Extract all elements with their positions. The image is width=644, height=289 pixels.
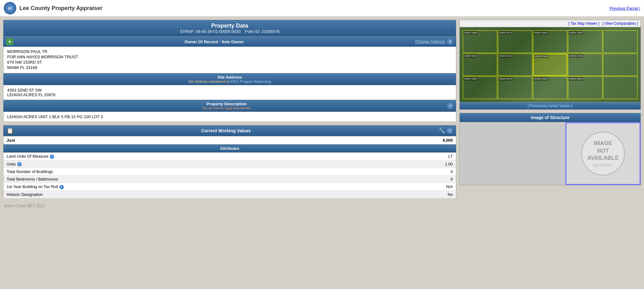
property-desc-help[interactable]: ? (447, 103, 453, 109)
parcel-cell (603, 76, 637, 99)
parcel-cell (603, 30, 637, 53)
info-icon[interactable]: i (59, 185, 64, 189)
attr-table-row: Historic DesignationNo (3, 191, 456, 198)
folio-label: Folio ID: (245, 29, 260, 34)
parcel-cell: 00005 0060 (533, 76, 567, 99)
map-links-bar: [ Tax Map Viewer ] [ View Comparables ] (459, 20, 641, 27)
parcel-cell: 00004 0060 (533, 30, 567, 53)
parcel-cell (603, 54, 637, 76)
parcel-cell-label: 00005 0070 (498, 77, 513, 81)
site-addr1: 4303 32ND ST SW (7, 88, 452, 92)
aerial-viewer-link[interactable]: [ Pictometry Aerial Viewer ] (459, 102, 641, 110)
prev-parcel-link[interactable]: Previous Parcel | (610, 6, 640, 11)
strap-label: STRAP: (180, 29, 195, 34)
property-desc-center: Property Description Do not use for lega… (6, 102, 447, 110)
image-left-area (460, 122, 565, 185)
site-address-bar: Site Address Site Address maintained by … (3, 73, 456, 85)
watermark-county: LEE COUNTY (593, 163, 613, 167)
info-icon[interactable]: i (50, 155, 54, 159)
map-aerial: 00004 008000004 007000004 006000004 0050… (460, 27, 641, 102)
property-desc-sub: Do not use for legal documents! (6, 106, 447, 110)
parcel-cell: 00005 0070 (498, 76, 532, 99)
parcel-cell-label: 00005 0080 (463, 77, 478, 81)
cwv-left-icons: 📋 (7, 127, 13, 134)
parcel-cell-label: 00004 0060 (534, 31, 548, 34)
parcel-cell: 00005 0010 (463, 54, 497, 76)
parcel-cell-label: 00005 0040 (569, 54, 583, 58)
parcel-cell: 00005 0020 (498, 54, 532, 76)
app-title: Lee County Property Appraiser (19, 5, 102, 12)
site-addr2: LEHIGH ACRES FL 33976 (7, 92, 452, 97)
parcel-cell-label: 00005 0050 (569, 77, 583, 81)
top-header: LC Lee County Property Appraiser Previou… (0, 0, 644, 17)
image-not-available-container: IMAGE NOT AVAILABLE LEE COUNTY (565, 122, 641, 185)
tax-map-link[interactable]: [ Tax Map Viewer ] (569, 21, 599, 26)
attr-label: Total Bedrooms / Bathrooms (3, 176, 373, 183)
cwv-right-icons: 🔧 ? (438, 127, 453, 134)
property-desc-content: LEHIGH ACRES UNIT 1 BLK 5 PB 15 PG 100 L… (3, 112, 456, 122)
parcel-cell: 00005 0080 (463, 76, 497, 99)
logo-text: LC (8, 7, 12, 10)
strap-info: STRAP: 09-45-26-01-00005.0030 Folio ID: … (6, 29, 453, 34)
info-icon[interactable]: i (17, 162, 22, 166)
image-not-available: IMAGE NOT AVAILABLE LEE COUNTY (575, 125, 631, 182)
attr-table-row: Total Bedrooms / Bathrooms0 (3, 176, 456, 183)
site-address-sub: Site Address maintained by E911 Program … (6, 80, 453, 83)
attr-table-row: Land Units Of MeasureiLT (3, 153, 456, 160)
property-data-title: Property Data (6, 23, 453, 29)
attr-table-row: 1st Year Building on Tax RolliN/A (3, 183, 456, 191)
attr-label: 1st Year Building on Tax Rolli (3, 183, 373, 191)
app-logo: LC (4, 2, 16, 14)
property-desc-title: Property Description (6, 102, 447, 106)
owner-addr1: FOR ANN HAYES MORRISON TRUST (7, 55, 452, 59)
attr-label: Unitsi (3, 160, 373, 168)
owner-content: MORRISON PAUL TR FOR ANN HAYES MORRISON … (3, 47, 456, 73)
site-address-title: Site Address (6, 75, 453, 80)
property-desc-value: LEHIGH ACRES UNIT 1 BLK 5 PB 15 PG 100 L… (7, 114, 452, 119)
not-available-watermark: IMAGE NOT AVAILABLE LEE COUNTY (581, 132, 625, 176)
expand-owner-button[interactable]: + (6, 38, 13, 45)
site-address-content: 4303 32ND ST SW LEHIGH ACRES FL 33976 (3, 85, 456, 100)
parcel-cell: 00004 0070 (498, 30, 532, 53)
cwv-bar: 📋 Current Working Values 🔧 ? (3, 125, 456, 136)
right-panel: [ Tax Map Viewer ] [ View Comparables ] … (459, 20, 641, 198)
e911-link[interactable]: E911 Program Addressing (231, 80, 271, 83)
parcel-grid: 00004 008000004 007000004 006000004 0050… (463, 30, 637, 99)
attributes-header: Attributes (3, 144, 456, 153)
parcel-cell-label: 00005 0030 (534, 55, 548, 58)
owner-help-button[interactable]: ? (447, 39, 453, 45)
parcel-cell: 00004 0050 (568, 30, 602, 53)
change-address-link[interactable]: [Change Address] (415, 39, 445, 44)
cwv-help-button[interactable]: ? (447, 128, 453, 134)
not-available-line3: AVAILABLE (587, 155, 619, 162)
view-comparables-link[interactable]: [ View Comparables ] (602, 21, 638, 26)
owner-section-label: Owner Of Record - Sole Owner (13, 39, 415, 44)
parcel-cell-label: 00004 0050 (569, 31, 583, 34)
parcel-cell: 00004 0080 (463, 30, 497, 53)
folio-value: 10345576 (262, 29, 280, 34)
header-left: LC Lee County Property Appraiser (4, 2, 102, 14)
just-label: Just (7, 138, 15, 143)
image-structure-header: Image of Structure (459, 113, 641, 122)
attr-label: Land Units Of Measurei (3, 153, 373, 160)
property-desc-bar: Property Description Do not use for lega… (3, 100, 456, 112)
left-panel: Property Data STRAP: 09-45-26-01-00005.0… (3, 20, 456, 198)
property-data-header: Property Data STRAP: 09-45-26-01-00005.0… (3, 20, 456, 37)
parcel-cell: 00005 0040 (568, 54, 602, 76)
main-content: Property Data STRAP: 09-45-26-01-00005.0… (0, 17, 644, 202)
parcel-cell: 00005 0030 (533, 54, 567, 76)
parcel-cell: 00005 0050 (568, 76, 602, 99)
owner-name: MORRISON PAUL TR (7, 49, 452, 54)
parcel-cell-label: 00005 0010 (463, 54, 478, 58)
attr-label: Historic Designation (3, 191, 373, 198)
attr-table-row: Unitsi1.00 (3, 160, 456, 168)
parcel-cell-label: 00004 0070 (498, 31, 513, 34)
parcel-cell-label: 00005 0020 (498, 54, 513, 58)
owner-bar: + Owner Of Record - Sole Owner [Change A… (3, 37, 456, 47)
site-address-center: Site Address Site Address maintained by … (6, 75, 453, 83)
map-container: 00004 008000004 007000004 006000004 0050… (459, 27, 641, 102)
not-available-line2: NOT (597, 147, 609, 155)
not-available-line1: IMAGE (594, 140, 612, 147)
cwv-title: Current Working Values (13, 128, 438, 133)
cwv-right-icon: 🔧 (438, 127, 445, 134)
